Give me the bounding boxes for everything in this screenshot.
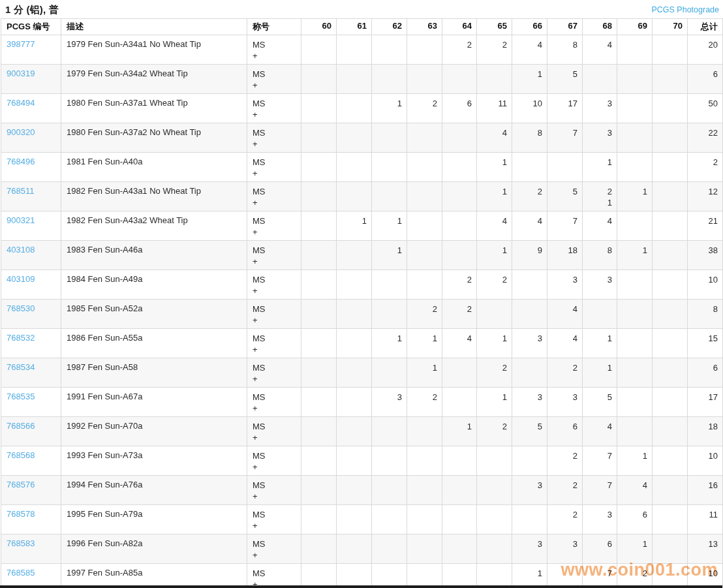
grade-70-count-cell: [653, 388, 688, 417]
pcgs-number-cell: 900319: [1, 65, 61, 94]
table-row: 7685761994 Fen Sun-A76aMS+327416: [1, 476, 723, 505]
header-grade-62: 62: [372, 19, 407, 35]
grade-66-count-cell: 8: [512, 123, 547, 153]
grade-68-count-cell: 3: [583, 123, 617, 153]
grade-65-count-cell: [477, 534, 512, 564]
table-row: 7685351991 Fen Sun-A67aMS+32133517: [1, 388, 723, 417]
pcgs-number-link[interactable]: 768566: [7, 421, 35, 431]
designation-cell: MS+: [247, 564, 301, 588]
grade-60-count-cell: [301, 123, 337, 153]
pcgs-number-link[interactable]: 403108: [7, 245, 35, 255]
pcgs-number-link[interactable]: 768585: [7, 568, 35, 578]
pcgs-number-link[interactable]: 768583: [7, 538, 35, 548]
description-cell: 1995 Fen Sun-A79a: [61, 505, 247, 534]
pcgs-number-link[interactable]: 398777: [7, 39, 35, 49]
pcgs-number-link[interactable]: 900319: [7, 69, 35, 78]
grade-64-count-cell: [442, 476, 477, 505]
pcgs-number-link[interactable]: 768535: [7, 392, 35, 401]
description-cell: 1979 Fen Sun-A34a2 Wheat Tip: [61, 65, 247, 94]
pcgs-number-link[interactable]: 403109: [7, 274, 35, 284]
pcgs-number-cell: 403108: [1, 241, 61, 270]
grade-65-count-cell: 4: [477, 123, 512, 153]
description-cell: 1981 Fen Sun-A40a: [61, 153, 247, 182]
grade-68-count-cell: 4: [583, 35, 617, 65]
description-cell: 1997 Fen Sun-A85a: [61, 564, 247, 588]
pcgs-number-cell: 768535: [1, 388, 61, 417]
grade-62-count-cell: [372, 65, 407, 94]
grade-63-count-cell: 2: [407, 388, 442, 417]
grade-60-count-cell: [301, 358, 337, 388]
grade-61-count-cell: [337, 329, 372, 358]
pcgs-number-link[interactable]: 768576: [7, 480, 35, 489]
grade-70-count-cell: [653, 211, 688, 241]
designation-cell: MS+: [247, 476, 301, 505]
grade-65-count-cell: [477, 446, 512, 476]
grade-61-count-cell: [337, 505, 372, 534]
description-cell: 1985 Fen Sun-A52a: [61, 300, 247, 329]
grade-70-count-cell: [653, 65, 688, 94]
table-row: 9003191979 Fen Sun-A34a2 Wheat TipMS+156: [1, 65, 723, 94]
description-cell: 1996 Fen Sun-A82a: [61, 534, 247, 564]
grade-70-count-cell: [653, 505, 688, 534]
description-cell: 1986 Fen Sun-A55a: [61, 329, 247, 358]
grade-69-count-cell: 1: [617, 446, 653, 476]
grade-69-count-cell: 2: [617, 564, 653, 588]
designation-cell: MS+: [247, 417, 301, 446]
grade-69-count-cell: [617, 417, 653, 446]
pcgs-number-link[interactable]: 768511: [7, 186, 34, 196]
designation-cell: MS+: [247, 446, 301, 476]
pcgs-number-cell: 768532: [1, 329, 61, 358]
table-bottom-border: [0, 585, 722, 588]
description-cell: 1980 Fen Sun-A37a1 Wheat Tip: [61, 94, 247, 123]
grade-68-count-cell: 6: [583, 534, 617, 564]
grade-64-count-cell: [442, 388, 477, 417]
grade-70-count-cell: [653, 417, 688, 446]
header-grade-68: 68: [583, 19, 617, 35]
grade-67-count-cell: 2: [547, 446, 583, 476]
table-row: 7685851997 Fen Sun-A85aMS+17210: [1, 564, 723, 588]
photograde-link[interactable]: PCGS Photograde: [651, 5, 719, 14]
pcgs-number-link[interactable]: 900321: [7, 215, 35, 225]
grade-66-count-cell: [512, 505, 547, 534]
total-count-cell: 17: [688, 388, 723, 417]
grade-68-count-cell: 1: [583, 153, 617, 182]
header-description: 描述: [61, 19, 247, 35]
pcgs-number-link[interactable]: 768496: [7, 157, 35, 166]
pcgs-number-cell: 900321: [1, 211, 61, 241]
header-designation: 称号: [247, 19, 301, 35]
pcgs-number-link[interactable]: 900320: [7, 127, 35, 137]
grade-68-count-cell: 1: [583, 329, 617, 358]
grade-62-count-cell: [372, 534, 407, 564]
table-row: 7685681993 Fen Sun-A73aMS+27110: [1, 446, 723, 476]
table-row: 7685341987 Fen Sun-A58MS+12216: [1, 358, 723, 388]
grade-67-count-cell: [547, 153, 583, 182]
grade-67-count-cell: 4: [547, 329, 583, 358]
grade-68-count-cell: [583, 300, 617, 329]
pcgs-number-link[interactable]: 768494: [7, 98, 35, 108]
grade-65-count-cell: 1: [477, 182, 512, 211]
grade-68-count-cell: [583, 65, 617, 94]
description-cell: 1982 Fen Sun-A43a2 Wheat Tip: [61, 211, 247, 241]
grade-69-count-cell: [617, 270, 653, 300]
pcgs-number-link[interactable]: 768530: [7, 303, 35, 313]
grade-65-count-cell: 2: [477, 270, 512, 300]
grade-61-count-cell: [337, 241, 372, 270]
pcgs-number-cell: 768566: [1, 417, 61, 446]
grade-63-count-cell: 1: [407, 329, 442, 358]
grade-63-count-cell: 1: [407, 358, 442, 388]
designation-cell: MS+: [247, 182, 301, 211]
grade-60-count-cell: [301, 182, 337, 211]
grade-68-count-cell: 3: [583, 270, 617, 300]
pcgs-number-link[interactable]: 768534: [7, 362, 35, 372]
grade-64-count-cell: [442, 534, 477, 564]
grade-70-count-cell: [653, 476, 688, 505]
grade-67-count-cell: 4: [547, 300, 583, 329]
pcgs-number-link[interactable]: 768578: [7, 509, 35, 519]
grade-68-count-cell: 7: [583, 564, 617, 588]
grade-68-count-cell: 3: [583, 505, 617, 534]
description-cell: 1980 Fen Sun-A37a2 No Wheat Tip: [61, 123, 247, 153]
grade-61-count-cell: [337, 153, 372, 182]
pcgs-number-link[interactable]: 768532: [7, 333, 35, 343]
pcgs-number-link[interactable]: 768568: [7, 450, 35, 460]
grade-70-count-cell: [653, 270, 688, 300]
